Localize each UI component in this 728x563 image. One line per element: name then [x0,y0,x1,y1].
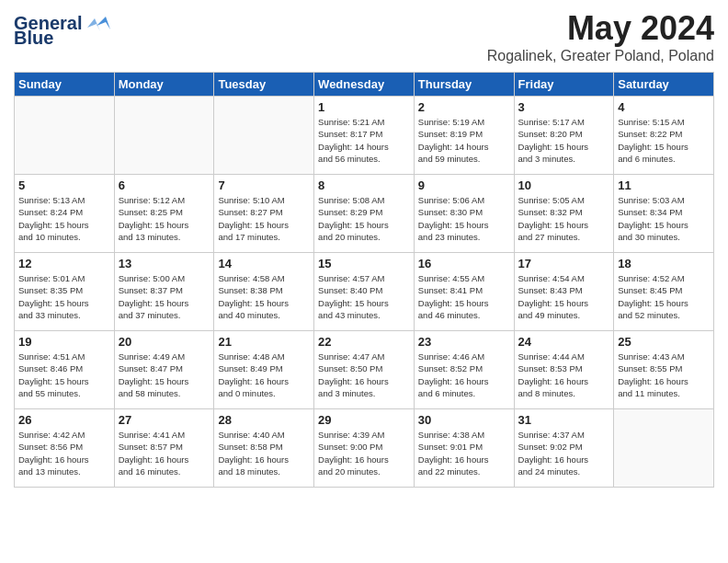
day-info: Sunrise: 5:12 AM Sunset: 8:25 PM Dayligh… [119,194,210,243]
day-info: Sunrise: 4:44 AM Sunset: 8:53 PM Dayligh… [518,350,610,399]
day-number: 20 [119,335,210,349]
day-number: 9 [418,178,510,192]
calendar-cell: 3Sunrise: 5:17 AM Sunset: 8:20 PM Daylig… [514,97,614,175]
calendar-cell: 31Sunrise: 4:37 AM Sunset: 9:02 PM Dayli… [514,409,614,488]
day-info: Sunrise: 4:58 AM Sunset: 8:38 PM Dayligh… [218,272,310,321]
week-row-1: 1Sunrise: 5:21 AM Sunset: 8:17 PM Daylig… [15,97,714,175]
day-number: 4 [618,100,710,114]
day-number: 15 [318,257,410,270]
week-row-2: 5Sunrise: 5:13 AM Sunset: 8:24 PM Daylig… [15,175,714,253]
calendar-cell: 14Sunrise: 4:58 AM Sunset: 8:38 PM Dayli… [214,253,314,331]
day-number: 1 [318,100,410,114]
calendar-cell: 9Sunrise: 5:06 AM Sunset: 8:30 PM Daylig… [414,175,514,253]
day-number: 16 [418,257,510,270]
calendar-cell: 19Sunrise: 4:51 AM Sunset: 8:46 PM Dayli… [15,331,115,409]
day-info: Sunrise: 4:52 AM Sunset: 8:45 PM Dayligh… [618,272,710,321]
day-info: Sunrise: 5:15 AM Sunset: 8:22 PM Dayligh… [618,116,710,165]
calendar-cell: 6Sunrise: 5:12 AM Sunset: 8:25 PM Daylig… [114,175,214,253]
weekday-header-saturday: Saturday [614,73,714,97]
day-info: Sunrise: 4:42 AM Sunset: 8:56 PM Dayligh… [18,429,110,477]
day-number: 17 [518,257,610,270]
weekday-header-row: SundayMondayTuesdayWednesdayThursdayFrid… [15,73,714,97]
day-info: Sunrise: 5:06 AM Sunset: 8:30 PM Dayligh… [418,194,510,243]
calendar-cell: 30Sunrise: 4:38 AM Sunset: 9:01 PM Dayli… [414,409,514,488]
page-header: General Blue May 2024 Rogalinek, Greater… [14,9,714,64]
svg-text:Blue: Blue [14,28,53,46]
week-row-4: 19Sunrise: 4:51 AM Sunset: 8:46 PM Dayli… [15,331,714,409]
day-info: Sunrise: 4:40 AM Sunset: 8:58 PM Dayligh… [218,429,310,477]
day-number: 24 [518,335,610,349]
day-number: 5 [18,178,110,192]
day-info: Sunrise: 4:37 AM Sunset: 9:02 PM Dayligh… [518,429,610,477]
week-row-3: 12Sunrise: 5:01 AM Sunset: 8:35 PM Dayli… [15,253,714,331]
day-number: 12 [18,257,110,270]
calendar-cell: 11Sunrise: 5:03 AM Sunset: 8:34 PM Dayli… [614,175,714,253]
calendar-cell: 29Sunrise: 4:39 AM Sunset: 9:00 PM Dayli… [314,409,415,488]
calendar-cell [114,97,214,175]
calendar-cell [614,409,714,488]
week-row-5: 26Sunrise: 4:42 AM Sunset: 8:56 PM Dayli… [15,409,714,488]
day-number: 6 [119,178,210,192]
day-info: Sunrise: 4:55 AM Sunset: 8:41 PM Dayligh… [418,272,510,321]
day-number: 10 [518,178,610,192]
calendar-cell: 16Sunrise: 4:55 AM Sunset: 8:41 PM Dayli… [414,253,514,331]
day-number: 28 [218,413,310,427]
calendar-cell: 7Sunrise: 5:10 AM Sunset: 8:27 PM Daylig… [214,175,314,253]
calendar-cell: 17Sunrise: 4:54 AM Sunset: 8:43 PM Dayli… [514,253,614,331]
day-number: 13 [119,257,210,270]
calendar-cell: 21Sunrise: 4:48 AM Sunset: 8:49 PM Dayli… [214,331,314,409]
weekday-header-tuesday: Tuesday [214,73,314,97]
calendar-cell: 18Sunrise: 4:52 AM Sunset: 8:45 PM Dayli… [614,253,714,331]
day-info: Sunrise: 5:19 AM Sunset: 8:19 PM Dayligh… [418,116,510,165]
day-info: Sunrise: 4:46 AM Sunset: 8:52 PM Dayligh… [418,350,510,399]
day-info: Sunrise: 4:38 AM Sunset: 9:01 PM Dayligh… [418,429,510,477]
weekday-header-thursday: Thursday [414,73,514,97]
day-number: 29 [318,413,410,427]
day-info: Sunrise: 4:51 AM Sunset: 8:46 PM Dayligh… [18,350,110,399]
day-number: 2 [418,100,510,114]
calendar-cell [15,97,115,175]
logo: General Blue [14,9,115,50]
day-number: 22 [318,335,410,349]
calendar-cell: 28Sunrise: 4:40 AM Sunset: 8:58 PM Dayli… [214,409,314,488]
day-info: Sunrise: 4:49 AM Sunset: 8:47 PM Dayligh… [119,350,210,399]
day-info: Sunrise: 4:57 AM Sunset: 8:40 PM Dayligh… [318,272,410,321]
day-info: Sunrise: 5:01 AM Sunset: 8:35 PM Dayligh… [18,272,110,321]
day-info: Sunrise: 4:47 AM Sunset: 8:50 PM Dayligh… [318,350,410,399]
day-number: 11 [618,178,710,192]
day-number: 27 [119,413,210,427]
day-info: Sunrise: 5:17 AM Sunset: 8:20 PM Dayligh… [518,116,610,165]
day-info: Sunrise: 5:21 AM Sunset: 8:17 PM Dayligh… [318,116,410,165]
svg-marker-2 [97,17,110,29]
calendar-cell: 8Sunrise: 5:08 AM Sunset: 8:29 PM Daylig… [314,175,415,253]
weekday-header-wednesday: Wednesday [314,73,415,97]
day-info: Sunrise: 5:10 AM Sunset: 8:27 PM Dayligh… [218,194,310,243]
day-number: 31 [518,413,610,427]
day-info: Sunrise: 5:00 AM Sunset: 8:37 PM Dayligh… [119,272,210,321]
day-info: Sunrise: 4:54 AM Sunset: 8:43 PM Dayligh… [518,272,610,321]
month-title: May 2024 [487,9,714,48]
calendar-cell: 15Sunrise: 4:57 AM Sunset: 8:40 PM Dayli… [314,253,415,331]
calendar-cell: 20Sunrise: 4:49 AM Sunset: 8:47 PM Dayli… [114,331,214,409]
calendar-cell: 24Sunrise: 4:44 AM Sunset: 8:53 PM Dayli… [514,331,614,409]
weekday-header-monday: Monday [114,73,214,97]
day-info: Sunrise: 5:03 AM Sunset: 8:34 PM Dayligh… [618,194,710,243]
day-info: Sunrise: 5:05 AM Sunset: 8:32 PM Dayligh… [518,194,610,243]
calendar-cell: 27Sunrise: 4:41 AM Sunset: 8:57 PM Dayli… [114,409,214,488]
day-info: Sunrise: 5:08 AM Sunset: 8:29 PM Dayligh… [318,194,410,243]
calendar-cell: 23Sunrise: 4:46 AM Sunset: 8:52 PM Dayli… [414,331,514,409]
day-info: Sunrise: 4:43 AM Sunset: 8:55 PM Dayligh… [618,350,710,399]
day-number: 25 [618,335,710,349]
calendar-cell: 1Sunrise: 5:21 AM Sunset: 8:17 PM Daylig… [314,97,415,175]
weekday-header-friday: Friday [514,73,614,97]
calendar-cell: 12Sunrise: 5:01 AM Sunset: 8:35 PM Dayli… [15,253,115,331]
calendar-cell: 22Sunrise: 4:47 AM Sunset: 8:50 PM Dayli… [314,331,415,409]
day-number: 7 [218,178,310,192]
location: Rogalinek, Greater Poland, Poland [487,48,714,64]
day-number: 26 [18,413,110,427]
calendar-cell: 13Sunrise: 5:00 AM Sunset: 8:37 PM Dayli… [114,253,214,331]
day-number: 19 [18,335,110,349]
day-info: Sunrise: 5:13 AM Sunset: 8:24 PM Dayligh… [18,194,110,243]
calendar-cell [214,97,314,175]
calendar-cell: 5Sunrise: 5:13 AM Sunset: 8:24 PM Daylig… [15,175,115,253]
